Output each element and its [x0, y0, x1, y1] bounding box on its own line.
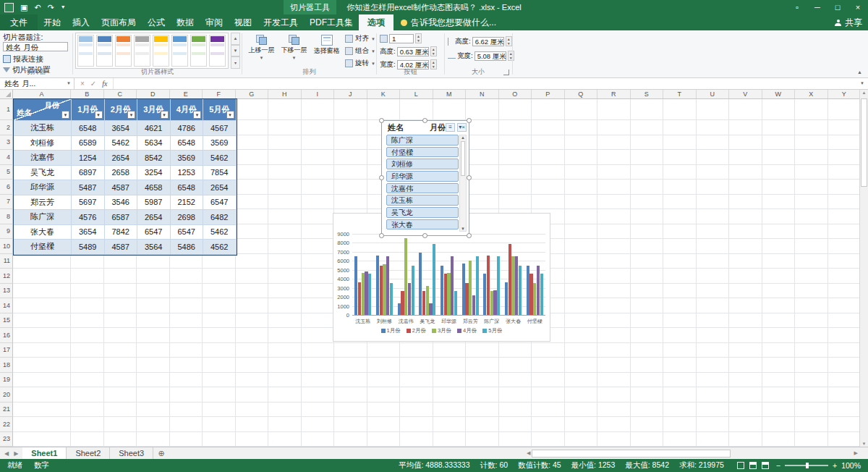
filter-dropdown-icon[interactable]: ▼ — [61, 111, 69, 119]
gallery-down-icon[interactable]: ▼ — [231, 45, 240, 57]
cell-value[interactable]: 1254 — [72, 151, 105, 166]
slicer-style-thumb[interactable] — [77, 35, 94, 67]
ribbon-display-options-icon[interactable]: ▫ — [787, 0, 807, 14]
column-header-L[interactable]: L — [400, 90, 433, 98]
cell-value[interactable]: 6547 — [203, 195, 237, 211]
column-header-D[interactable]: D — [137, 90, 170, 98]
slicer-style-thumb[interactable] — [153, 35, 169, 67]
ribbon-tab-开始[interactable]: 开始 — [38, 14, 67, 30]
zoom-level[interactable]: 100% — [841, 461, 861, 470]
cell-value[interactable]: 5487 — [72, 180, 105, 195]
ribbon-tab-公式[interactable]: 公式 — [142, 14, 171, 30]
select-all-corner[interactable] — [0, 90, 13, 98]
scroll-down-icon[interactable]: ▼ — [860, 442, 868, 446]
cell-name[interactable]: 陈广深 — [14, 210, 72, 225]
row-header-17[interactable]: 17 — [0, 343, 13, 358]
collapse-ribbon-icon[interactable]: ▲ — [857, 69, 862, 75]
cell-value[interactable]: 2152 — [171, 195, 204, 211]
arrange-mini-对齐[interactable]: 对齐▼ — [345, 34, 375, 43]
ribbon-tab-开发工具[interactable]: 开发工具 — [258, 14, 304, 30]
column-header-H[interactable]: H — [268, 90, 302, 98]
cell-value[interactable]: 5462 — [105, 136, 138, 151]
zoom-slider-thumb[interactable] — [806, 463, 809, 468]
slicer-caption-input[interactable]: 姓名 月份 — [3, 42, 68, 51]
slicer-style-thumb[interactable] — [96, 35, 113, 67]
columns-input[interactable]: 1 — [389, 34, 414, 43]
column-header-A[interactable]: A — [13, 90, 71, 98]
cell-value[interactable]: 6548 — [171, 136, 204, 151]
minimize-icon[interactable]: ─ — [807, 0, 827, 14]
page-layout-view-icon[interactable] — [749, 462, 757, 469]
filter-dropdown-icon[interactable]: ▼ — [226, 111, 234, 119]
resize-handle[interactable] — [467, 175, 472, 180]
cell-value[interactable]: 2654 — [137, 210, 171, 225]
row-header-18[interactable]: 18 — [0, 358, 13, 373]
row-header-10[interactable]: 10 — [0, 239, 13, 254]
row-header-5[interactable]: 5 — [0, 165, 13, 180]
formula-input[interactable] — [114, 78, 856, 89]
add-sheet-icon[interactable]: ⊕ — [153, 447, 169, 459]
cell-value[interactable]: 6587 — [105, 210, 138, 225]
table-header-5月份[interactable]: 5月份▼ — [203, 99, 237, 121]
button-height-input[interactable]: 0.63 厘米 — [397, 47, 429, 56]
sheet-tab-Sheet1[interactable]: Sheet1 — [22, 447, 67, 459]
cell-value[interactable]: 6897 — [72, 166, 105, 181]
ribbon-tab-数据[interactable]: 数据 — [171, 14, 200, 30]
size-height-input[interactable]: 6.62 厘米 — [472, 37, 504, 46]
cell-value[interactable]: 3564 — [137, 240, 171, 255]
sheet-next-icon[interactable]: ▶ — [14, 450, 18, 457]
cell-value[interactable]: 2654 — [203, 180, 237, 195]
table-header-2月份[interactable]: 2月份▼ — [105, 99, 138, 121]
slicer-item-付坚樑[interactable]: 付坚樑 — [386, 147, 459, 158]
hscroll-left-icon[interactable]: ◀ — [527, 450, 530, 456]
cell-name[interactable]: 邱华源 — [14, 180, 72, 195]
row-header-4[interactable]: 4 — [0, 150, 13, 165]
slicer-scrollbar[interactable]: ▲ ▼ — [459, 135, 467, 232]
cell-value[interactable]: 2658 — [105, 166, 138, 181]
column-header-X[interactable]: X — [795, 90, 828, 98]
name-box[interactable]: 姓名 月... — [0, 78, 64, 89]
cell-value[interactable]: 6482 — [203, 210, 237, 225]
row-header-11[interactable]: 11 — [0, 254, 13, 269]
size-width-spinner[interactable]: ▲▼ — [508, 51, 514, 61]
status-stat[interactable]: 求和: 219975 — [679, 460, 724, 471]
name-box-dropdown-icon[interactable]: ▼ — [64, 78, 75, 89]
slicer-name[interactable]: 姓名 月份 ≡ ▾× 陈广深付坚樑刘桓修邱华源沈嘉伟沈玉栋吴飞龙张大春 ▲ ▼ — [381, 120, 469, 236]
table-header-1月份[interactable]: 1月份▼ — [72, 99, 105, 121]
column-header-Q[interactable]: Q — [565, 90, 598, 98]
column-header-K[interactable]: K — [367, 90, 401, 98]
column-header-B[interactable]: B — [71, 90, 104, 98]
tab-slicer-options[interactable]: 选项 — [359, 14, 393, 30]
zoom-in-icon[interactable]: + — [833, 461, 837, 470]
table-corner-cell[interactable]: 月份姓名▼ — [14, 99, 72, 121]
row-header-14[interactable]: 14 — [0, 298, 13, 313]
cell-value[interactable]: 2698 — [171, 210, 204, 225]
row-header-23[interactable]: 23 — [0, 432, 13, 447]
row-header-16[interactable]: 16 — [0, 328, 13, 343]
zoom-out-icon[interactable]: − — [776, 461, 780, 470]
redo-icon[interactable]: ↷ — [48, 0, 54, 14]
cell-value[interactable]: 1253 — [171, 166, 204, 181]
row-header-22[interactable]: 22 — [0, 417, 13, 432]
vertical-scroll-thumb[interactable] — [861, 98, 867, 187]
cell-value[interactable]: 3569 — [203, 136, 237, 151]
status-stat[interactable]: 计数: 60 — [480, 460, 509, 471]
row-header-8[interactable]: 8 — [0, 209, 13, 224]
slicer-clear-filter-icon[interactable]: ▾× — [457, 123, 467, 132]
cell-value[interactable]: 3546 — [105, 195, 138, 211]
size-width-input[interactable]: 5.08 厘米 — [475, 51, 506, 61]
cell-value[interactable]: 8542 — [137, 151, 171, 166]
row-header-12[interactable]: 12 — [0, 269, 13, 284]
column-header-P[interactable]: P — [532, 90, 565, 98]
filter-dropdown-icon[interactable]: ▼ — [193, 111, 201, 119]
filter-dropdown-icon[interactable]: ▼ — [161, 111, 169, 119]
ribbon-tab-视图[interactable]: 视图 — [229, 14, 258, 30]
hscroll-right-icon[interactable]: ▶ — [854, 450, 858, 456]
cell-value[interactable]: 6589 — [72, 136, 105, 151]
cell-value[interactable]: 4587 — [105, 240, 138, 255]
zoom-slider[interactable] — [785, 465, 828, 466]
cell-value[interactable]: 3654 — [105, 121, 138, 136]
row-header-2[interactable]: 2 — [0, 120, 13, 135]
slicer-item-陈广深[interactable]: 陈广深 — [386, 135, 459, 146]
resize-handle[interactable] — [422, 233, 427, 238]
